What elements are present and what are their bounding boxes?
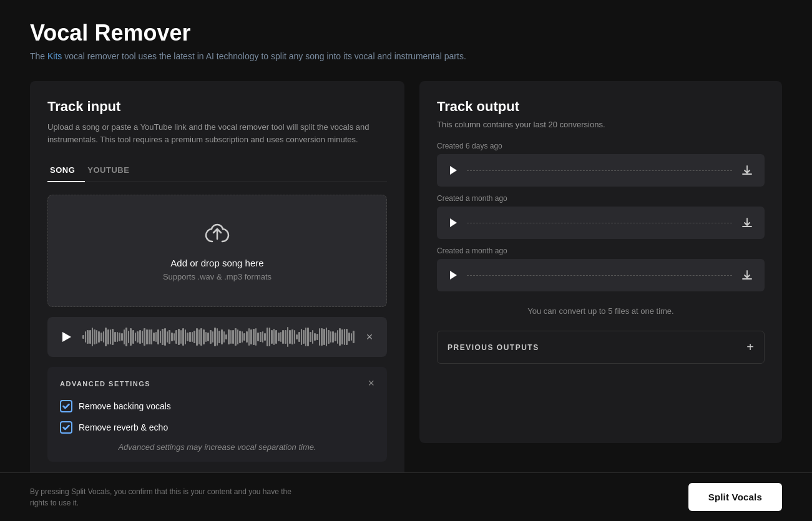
tab-song[interactable]: SONG: [47, 160, 85, 182]
play-icon: [60, 331, 72, 343]
upload-icon: [202, 220, 232, 250]
track-input-panel: Track input Upload a song or paste a You…: [30, 81, 404, 479]
conversion-timestamp-3: Created a month ago: [437, 246, 765, 255]
track-output-panel: Track output This column contains your l…: [419, 81, 782, 443]
advanced-settings-panel: ADVANCED SETTINGS × Remove backing vocal…: [47, 367, 387, 462]
upload-zone-title: Add or drop song here: [170, 258, 263, 268]
upload-zone-subtitle: Supports .wav & .mp3 formats: [163, 272, 271, 281]
split-vocals-button[interactable]: Split Vocals: [688, 483, 782, 511]
advanced-settings-label: ADVANCED SETTINGS: [60, 380, 150, 387]
download-icon-1: [741, 165, 753, 176]
svg-marker-2: [450, 218, 457, 227]
conv-play-button-3[interactable]: [446, 268, 461, 283]
download-icon-2: [741, 217, 753, 228]
checkbox-backing-vocals-label: Remove backing vocals: [79, 401, 171, 411]
checkbox-backing-vocals[interactable]: [60, 400, 72, 412]
svg-marker-0: [62, 332, 71, 342]
track-output-title: Track output: [437, 99, 765, 115]
checkbox-row-reverb-echo: Remove reverb & echo: [60, 421, 374, 434]
track-input-description: Upload a song or paste a YouTube link an…: [47, 121, 387, 145]
plus-icon: +: [746, 340, 754, 354]
conversion-group-2: Created a month ago: [437, 194, 765, 239]
conversion-player-1: [437, 154, 765, 187]
track-input-title: Track input: [47, 99, 387, 115]
input-tabs: SONG YOUTUBE: [47, 160, 387, 182]
conv-waveform-2: [467, 214, 732, 231]
track-output-subtitle: This column contains your last 20 conver…: [437, 120, 765, 129]
conv-download-button-2[interactable]: [738, 214, 756, 231]
player-close-button[interactable]: ×: [362, 329, 377, 344]
download-icon-3: [741, 270, 753, 281]
conv-play-button-2[interactable]: [446, 215, 461, 230]
conv-play-icon-3: [448, 270, 458, 280]
checkmark-icon-2: [62, 424, 70, 431]
main-content: Track input Upload a song or paste a You…: [30, 81, 782, 479]
conv-download-button-1[interactable]: [738, 162, 756, 179]
checkbox-reverb-echo[interactable]: [60, 421, 72, 434]
advanced-settings-close[interactable]: ×: [368, 377, 374, 390]
previous-outputs-bar[interactable]: PREVIOUS OUTPUTS +: [437, 331, 765, 364]
upload-zone[interactable]: Add or drop song here Supports .wav & .m…: [47, 195, 387, 307]
bottom-bar: By pressing Split Vocals, you confirm th…: [0, 472, 812, 521]
conversion-player-3: [437, 259, 765, 291]
conv-download-button-3[interactable]: [738, 266, 756, 284]
conv-waveform-1: [467, 162, 732, 179]
page-title: Vocal Remover: [30, 20, 782, 46]
conversion-group-1: Created 6 days ago: [437, 142, 765, 187]
tab-youtube[interactable]: YOUTUBE: [85, 160, 139, 182]
waveform: [82, 326, 355, 348]
audio-player: ×: [47, 317, 387, 357]
player-play-button[interactable]: [57, 328, 75, 346]
conversion-player-2: [437, 207, 765, 239]
conversion-group-3: Created a month ago: [437, 246, 765, 291]
svg-marker-1: [450, 166, 457, 175]
conversion-timestamp-2: Created a month ago: [437, 194, 765, 203]
bottom-disclaimer: By pressing Split Vocals, you confirm th…: [30, 486, 292, 509]
conversion-timestamp-1: Created 6 days ago: [437, 142, 765, 150]
conv-play-button-1[interactable]: [446, 163, 461, 178]
page-subtitle: The Kits vocal remover tool uses the lat…: [30, 51, 782, 61]
checkbox-row-backing-vocals: Remove backing vocals: [60, 400, 374, 412]
svg-marker-3: [450, 271, 457, 280]
advanced-settings-header: ADVANCED SETTINGS ×: [60, 377, 374, 390]
convert-limit-note: You can convert up to 5 files at one tim…: [437, 299, 765, 323]
checkmark-icon: [62, 402, 70, 410]
waveform-bars: [82, 326, 355, 348]
conv-play-icon-1: [448, 165, 458, 175]
previous-outputs-label: PREVIOUS OUTPUTS: [448, 343, 539, 352]
conv-play-icon-2: [448, 218, 458, 228]
advanced-settings-warning: Advanced settings may increase vocal sep…: [60, 442, 374, 452]
conv-waveform-3: [467, 266, 732, 284]
checkbox-reverb-echo-label: Remove reverb & echo: [79, 422, 168, 432]
